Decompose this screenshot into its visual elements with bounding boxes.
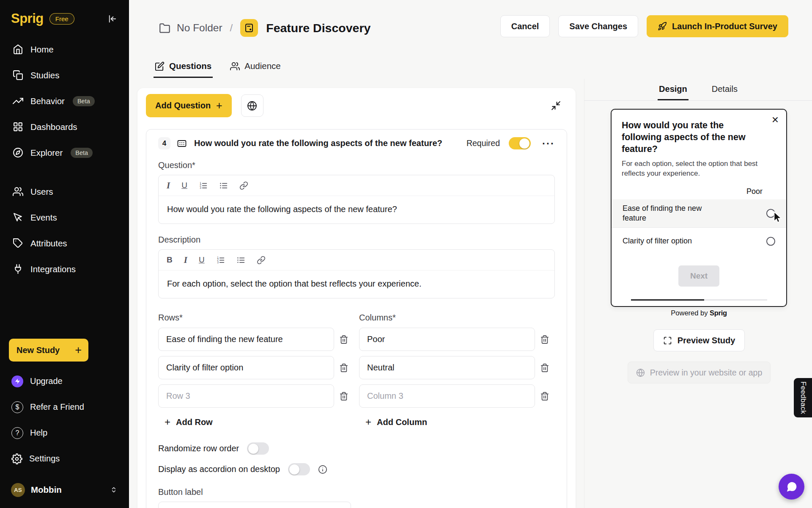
- new-study-button[interactable]: New Study +: [9, 339, 88, 362]
- tab-details[interactable]: Details: [710, 79, 739, 100]
- more-options-icon[interactable]: ···: [542, 138, 555, 149]
- trash-icon[interactable]: [339, 392, 348, 401]
- column-input-3[interactable]: [359, 384, 535, 408]
- column-input-2[interactable]: [359, 356, 535, 379]
- toggle-knob: [519, 138, 529, 149]
- events-icon: [13, 212, 23, 223]
- add-question-button[interactable]: Add Question +: [146, 94, 232, 117]
- svg-text:3: 3: [217, 260, 219, 263]
- sidebar-item-refer[interactable]: $ Refer a Friend: [0, 394, 129, 420]
- breadcrumb: No Folder / Feature Discovery: [159, 17, 370, 39]
- sidebar-item-help[interactable]: ? Help: [0, 420, 129, 446]
- workspace-switcher[interactable]: AS Mobbin: [0, 472, 129, 508]
- collapse-panel-icon[interactable]: [551, 100, 561, 111]
- bullet-list-icon[interactable]: [236, 256, 245, 265]
- question-text-input[interactable]: How would you rate the following aspects…: [159, 196, 554, 224]
- radio-button[interactable]: [766, 237, 775, 246]
- attributes-icon: [13, 238, 23, 248]
- breadcrumb-folder[interactable]: No Folder: [177, 22, 222, 34]
- preview-option-label: Clarity of filter option: [623, 236, 711, 246]
- underline-icon[interactable]: U: [181, 181, 187, 190]
- expand-icon: [663, 336, 672, 345]
- globe-icon: [247, 101, 257, 111]
- sidebar-item-dashboards[interactable]: Dashboards: [0, 114, 129, 140]
- chat-widget-button[interactable]: [779, 474, 804, 500]
- cancel-button[interactable]: Cancel: [500, 15, 550, 37]
- right-panel: Design Details × How would you rate the …: [584, 79, 812, 508]
- italic-icon[interactable]: I: [184, 255, 187, 265]
- randomize-toggle[interactable]: [247, 442, 269, 455]
- explorer-icon: [13, 147, 23, 158]
- sidebar-item-studies[interactable]: Studies: [0, 62, 129, 88]
- tab-questions[interactable]: Questions: [154, 55, 213, 78]
- preview-column-header: Poor: [622, 187, 776, 196]
- accordion-label: Display as accordion on desktop: [158, 464, 280, 474]
- trash-icon[interactable]: [339, 363, 348, 373]
- workspace-name: Mobbin: [31, 485, 62, 495]
- italic-icon[interactable]: I: [167, 180, 170, 191]
- plus-icon: +: [75, 345, 82, 356]
- sidebar-item-integrations[interactable]: Integrations: [0, 256, 129, 282]
- sidebar-item-explorer[interactable]: Explorer Beta: [0, 140, 129, 166]
- behavior-icon: [13, 96, 23, 106]
- column-item: [359, 328, 551, 351]
- preview-option-row[interactable]: Clarity of filter option: [612, 227, 786, 254]
- trash-icon[interactable]: [540, 392, 549, 401]
- link-icon[interactable]: [239, 181, 248, 190]
- sidebar-item-upgrade[interactable]: Upgrade: [0, 368, 129, 394]
- sidebar-item-settings[interactable]: Settings: [0, 446, 129, 472]
- feedback-tab[interactable]: Feedback: [794, 378, 812, 417]
- bullet-list-icon[interactable]: [219, 181, 228, 190]
- columns-label: Columns*: [359, 313, 551, 323]
- tab-audience[interactable]: Audience: [229, 55, 282, 78]
- tab-design[interactable]: Design: [658, 79, 689, 100]
- column-item: [359, 356, 551, 379]
- info-icon[interactable]: [318, 465, 327, 474]
- trash-icon[interactable]: [339, 335, 348, 344]
- language-globe-button[interactable]: [241, 94, 263, 117]
- preview-study-label: Preview Study: [678, 336, 735, 345]
- add-column-button[interactable]: + Add Column: [359, 417, 551, 427]
- sidebar-item-home[interactable]: Home: [0, 36, 129, 62]
- page-title: Feature Discovery: [266, 21, 370, 35]
- mouse-cursor-icon: [771, 210, 785, 225]
- accordion-toggle[interactable]: [288, 463, 310, 475]
- bold-icon[interactable]: B: [167, 255, 173, 265]
- column-input-1[interactable]: [359, 328, 535, 351]
- sidebar-item-users[interactable]: Users: [0, 179, 129, 204]
- launch-survey-button[interactable]: Launch In-Product Survey: [647, 15, 788, 37]
- sidebar: Sprig Free Home Studies Behavior Beta Da…: [0, 0, 129, 508]
- save-changes-button[interactable]: Save Changes: [558, 15, 638, 37]
- study-type-icon: [240, 19, 258, 37]
- upgrade-icon: [11, 375, 23, 387]
- ordered-list-icon[interactable]: 123: [216, 256, 225, 265]
- sidebar-collapse-icon[interactable]: [107, 14, 117, 24]
- columns-column: Columns* + Add Column: [359, 313, 551, 427]
- button-label-input[interactable]: [158, 502, 351, 508]
- launch-survey-label: Launch In-Product Survey: [672, 22, 777, 31]
- trash-icon[interactable]: [540, 335, 549, 344]
- preview-study-button[interactable]: Preview Study: [653, 329, 745, 351]
- link-icon[interactable]: [257, 256, 266, 265]
- question-builder-panel: Add Question + 4 How would you rate the …: [137, 88, 576, 508]
- close-icon[interactable]: ×: [772, 114, 779, 126]
- sidebar-item-attributes[interactable]: Attributes: [0, 230, 129, 256]
- trash-icon[interactable]: [540, 363, 549, 373]
- preview-website-label: Preview in your website or app: [650, 368, 763, 378]
- row-input-1[interactable]: [158, 328, 334, 351]
- preview-website-button[interactable]: Preview in your website or app: [628, 362, 771, 384]
- description-text-input[interactable]: For each option, select the option that …: [159, 271, 554, 298]
- ordered-list-icon[interactable]: 123: [199, 181, 208, 190]
- preview-next-button[interactable]: Next: [678, 265, 719, 287]
- row-input-2[interactable]: [158, 356, 334, 379]
- edit-icon: [155, 61, 165, 71]
- sidebar-item-events[interactable]: Events: [0, 204, 129, 230]
- required-toggle[interactable]: [509, 137, 531, 149]
- underline-icon[interactable]: U: [199, 255, 205, 265]
- preview-option-row[interactable]: Ease of finding the new feature: [612, 199, 786, 228]
- row-input-3[interactable]: [158, 384, 334, 408]
- question-card: 4 How would you rate the following aspec…: [146, 129, 567, 508]
- add-row-button[interactable]: + Add Row: [158, 417, 350, 427]
- sidebar-item-label: Events: [30, 213, 57, 223]
- sidebar-item-behavior[interactable]: Behavior Beta: [0, 88, 129, 114]
